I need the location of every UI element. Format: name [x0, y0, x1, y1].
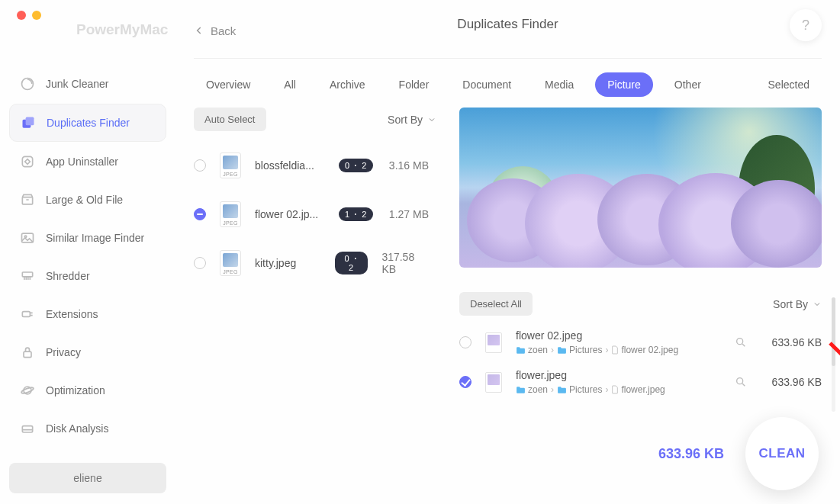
tab-document[interactable]: Document — [450, 72, 523, 97]
group-checkbox[interactable] — [194, 159, 206, 172]
planet-icon — [20, 383, 35, 398]
group-checkbox[interactable] — [194, 208, 206, 220]
tab-folder[interactable]: Folder — [387, 72, 442, 97]
duplicate-info: flower.jpeg zoen › Pictures › flower.jpe… — [516, 369, 721, 395]
total-selected-size: 633.96 KB — [658, 446, 724, 462]
group-size: 317.58 KB — [381, 251, 436, 275]
reveal-in-finder-button[interactable] — [735, 336, 747, 348]
tab-selected[interactable]: Selected — [756, 72, 822, 97]
file-icon: flower.jpeg — [611, 384, 665, 395]
tab-all[interactable]: All — [272, 72, 308, 97]
scrollbar-thumb[interactable] — [832, 297, 835, 366]
group-row[interactable]: JPEG kitty.jpeg 0 ･ 2 317.58 KB — [194, 250, 436, 276]
tab-overview[interactable]: Overview — [194, 72, 262, 97]
file-thumb-icon: JPEG — [220, 152, 241, 178]
tab-media[interactable]: Media — [533, 72, 586, 97]
disk-icon — [20, 421, 35, 436]
user-name: eliene — [73, 472, 101, 484]
duplicate-path: zoen › Pictures › flower.jpeg — [516, 384, 721, 395]
group-controls: Auto Select Sort By — [194, 108, 436, 131]
tab-picture[interactable]: Picture — [595, 72, 653, 97]
help-button[interactable]: ? — [790, 9, 822, 41]
group-count-badge: 0 ･ 2 — [339, 159, 373, 172]
group-row[interactable]: JPEG flower 02.jp... 1 ･ 2 1.27 MB — [194, 201, 436, 227]
sidebar-item-extensions[interactable]: Extensions — [9, 296, 166, 332]
group-sort-by-dropdown[interactable]: Sort By — [388, 114, 436, 126]
close-window-button[interactable] — [17, 11, 26, 20]
sidebar-item-duplicates-finder[interactable]: Duplicates Finder — [9, 104, 166, 142]
lock-icon — [20, 345, 35, 360]
chevron-down-icon — [813, 300, 822, 309]
sidebar-item-label: Optimization — [46, 384, 105, 396]
plugin-icon — [20, 307, 35, 322]
group-list: JPEG blossfeldia... 0 ･ 2 3.16 MB JPEG f… — [194, 152, 436, 276]
chevron-left-icon — [194, 25, 204, 36]
sidebar-item-privacy[interactable]: Privacy — [9, 334, 166, 371]
breadcrumb-separator: › — [551, 384, 554, 395]
group-count-badge: 0 ･ 2 — [335, 252, 369, 274]
duplicate-list: flower 02.jpeg zoen › Pictures › flower … — [459, 329, 822, 395]
deselect-all-button[interactable]: Deselect All — [459, 292, 533, 316]
sidebar: PowerMyMac Junk Cleaner Duplicates Finde… — [0, 0, 175, 504]
sidebar-item-shredder[interactable]: Shredder — [9, 258, 166, 294]
back-button[interactable]: Back — [194, 24, 236, 37]
sidebar-item-label: Shredder — [46, 270, 90, 282]
main-panel: Back Duplicates Finder ? Overview All Ar… — [175, 0, 840, 504]
duplicate-sort-by-dropdown[interactable]: Sort By — [773, 298, 822, 310]
image-preview — [459, 108, 822, 268]
sidebar-item-similar-image-finder[interactable]: Similar Image Finder — [9, 220, 166, 256]
duplicate-controls: Deselect All Sort By — [459, 292, 822, 316]
sidebar-item-disk-analysis[interactable]: Disk Analysis — [9, 410, 166, 447]
duplicate-checkbox[interactable] — [459, 376, 471, 388]
duplicate-row[interactable]: flower 02.jpeg zoen › Pictures › flower … — [459, 329, 822, 355]
sidebar-item-app-uninstaller[interactable]: App Uninstaller — [9, 143, 166, 180]
svg-rect-7 — [22, 272, 32, 277]
svg-rect-3 — [22, 156, 32, 166]
duplicate-info: flower 02.jpeg zoen › Pictures › flower … — [516, 329, 721, 355]
group-size: 1.27 MB — [389, 208, 436, 220]
sidebar-item-junk-cleaner[interactable]: Junk Cleaner — [9, 66, 166, 102]
duplicate-size: 633.96 KB — [761, 376, 822, 388]
tab-archive[interactable]: Archive — [317, 72, 378, 97]
user-account-button[interactable]: eliene — [9, 463, 166, 493]
sidebar-item-optimization[interactable]: Optimization — [9, 372, 166, 409]
sidebar-item-label: Similar Image Finder — [46, 232, 144, 244]
sidebar-item-label: Privacy — [46, 346, 81, 358]
breadcrumb-separator: › — [605, 345, 608, 355]
group-checkbox[interactable] — [194, 257, 206, 269]
duplicate-name: flower.jpeg — [516, 369, 721, 381]
reveal-in-finder-button[interactable] — [735, 376, 747, 388]
svg-rect-8 — [22, 312, 30, 317]
clean-button[interactable]: CLEAN — [745, 417, 819, 490]
back-label: Back — [211, 24, 236, 37]
group-row[interactable]: JPEG blossfeldia... 0 ･ 2 3.16 MB — [194, 152, 436, 178]
svg-point-14 — [737, 378, 743, 384]
file-thumb-icon — [485, 372, 502, 393]
sidebar-item-large-old-file[interactable]: Large & Old File — [9, 181, 166, 218]
app-name: PowerMyMac — [76, 21, 168, 38]
minimize-window-button[interactable] — [32, 11, 41, 20]
box-icon — [20, 192, 35, 207]
sidebar-item-label: Large & Old File — [46, 194, 123, 206]
tab-other[interactable]: Other — [662, 72, 713, 97]
sidebar-nav: Junk Cleaner Duplicates Finder App Unins… — [9, 66, 166, 463]
sidebar-item-label: Duplicates Finder — [47, 117, 130, 129]
app-icon — [20, 154, 35, 169]
svg-rect-2 — [26, 117, 34, 126]
file-thumb-icon: JPEG — [220, 201, 241, 227]
auto-select-button[interactable]: Auto Select — [194, 108, 266, 131]
folder-icon: zoen — [516, 345, 548, 355]
sort-by-label: Sort By — [388, 114, 423, 126]
group-name: kitty.jpeg — [255, 257, 321, 269]
breadcrumb-separator: › — [605, 384, 608, 395]
group-name: flower 02.jp... — [255, 208, 325, 220]
page-title: Duplicates Finder — [457, 17, 558, 32]
duplicate-checkbox[interactable] — [459, 336, 471, 348]
folder-icon: zoen — [516, 384, 548, 395]
folder-icon: Pictures — [557, 345, 602, 355]
clean-label: CLEAN — [758, 446, 805, 461]
duplicate-row[interactable]: flower.jpeg zoen › Pictures › flower.jpe… — [459, 369, 822, 395]
shredder-icon — [20, 268, 35, 284]
chevron-down-icon — [427, 115, 436, 124]
sidebar-item-label: Junk Cleaner — [46, 78, 109, 90]
